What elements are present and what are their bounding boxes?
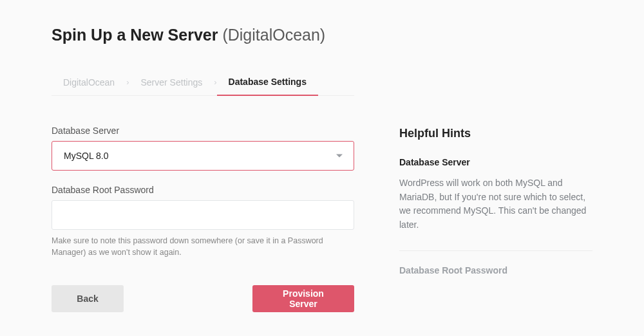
hints-column: Helpful Hints Database Server WordPress … [399, 126, 592, 312]
db-server-select-wrap: MySQL 8.0 [52, 141, 354, 171]
tab-database-settings[interactable]: Database Settings [217, 69, 318, 96]
form-actions: Back Provision Server [52, 285, 354, 312]
hint-body-db-server: WordPress will work on both MySQL and Ma… [399, 176, 592, 232]
root-password-helper: Make sure to note this password down som… [52, 235, 354, 258]
page-title-main: Spin Up a New Server [52, 26, 218, 44]
root-password-input[interactable] [52, 200, 354, 230]
hint-heading-root-password: Database Root Password [399, 265, 592, 275]
db-server-select-value: MySQL 8.0 [64, 151, 109, 161]
back-button[interactable]: Back [52, 285, 124, 312]
tabs-wrap: DigitalOcean › Server Settings › Databas… [52, 69, 354, 96]
hints-title: Helpful Hints [399, 127, 592, 140]
page-title-provider: (DigitalOcean) [222, 26, 325, 44]
breadcrumb-tabs: DigitalOcean › Server Settings › Databas… [52, 69, 354, 95]
form-column: Database Server MySQL 8.0 Database Root … [52, 126, 354, 312]
hint-divider [399, 250, 592, 251]
db-server-label: Database Server [52, 126, 354, 136]
hint-heading-db-server: Database Server [399, 157, 592, 167]
tab-server-settings[interactable]: Server Settings [129, 70, 214, 95]
db-server-select[interactable]: MySQL 8.0 [52, 141, 354, 171]
root-password-label: Database Root Password [52, 185, 354, 195]
tab-digitalocean[interactable]: DigitalOcean [52, 70, 126, 95]
page-title: Spin Up a New Server (DigitalOcean) [52, 26, 592, 44]
caret-down-icon [336, 154, 343, 158]
provision-server-button[interactable]: Provision Server [252, 285, 354, 312]
